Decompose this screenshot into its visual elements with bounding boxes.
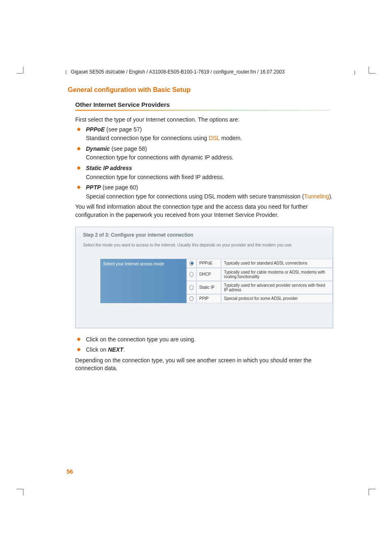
step-suffix: .	[123, 346, 125, 353]
document-page: Gigaset SE505 dsl/cable / English / A310…	[0, 0, 392, 555]
crop-marks-top	[16, 67, 376, 75]
options-list: PPPoE (see page 57) Standard connection …	[75, 126, 338, 201]
option-desc: Connection type for connections with dyn…	[86, 154, 338, 162]
mode-id: PPtP	[196, 294, 221, 303]
option-paren: (see page 58)	[110, 145, 147, 152]
radio-pppoe[interactable]	[189, 261, 194, 266]
option-term: PPPoE	[86, 126, 105, 133]
step-click-next: Click on NEXT.	[75, 346, 338, 354]
radio-pptp-cell[interactable]	[187, 294, 196, 303]
crop-mark-bl	[16, 489, 29, 497]
option-term: Dynamic	[86, 145, 110, 152]
option-static-ip: Static IP address Connection type for co…	[75, 164, 338, 181]
option-paren: (see page 57)	[105, 126, 142, 133]
option-term: Static IP address	[86, 165, 132, 171]
option-desc: Connection type for connections with fix…	[86, 173, 338, 182]
dsl-link[interactable]: DSL	[209, 135, 220, 141]
mode-desc: Typically used for cable modems or ADSL …	[221, 268, 333, 281]
radio-staticip[interactable]	[189, 285, 194, 290]
intro-line: First select the type of your Internet c…	[75, 116, 338, 124]
running-header: Gigaset SE505 dsl/cable / English / A310…	[66, 0, 355, 75]
radio-pptp[interactable]	[189, 296, 194, 301]
post-options-paragraph: You will find information about the conn…	[75, 203, 338, 219]
wizard-title: Step 2 of 3: Configure your internet con…	[76, 227, 333, 239]
post-steps-list: Click on the connection type you are usi…	[75, 336, 338, 354]
wizard-mode-grid: Select your Internet access mode PPPoE T…	[100, 259, 333, 303]
mode-desc: Special protocol for some ADSL provider	[221, 294, 333, 303]
tunneling-link[interactable]: Tunneling	[304, 193, 329, 200]
mode-desc: Typically used for advanced provider ser…	[221, 281, 333, 294]
radio-staticip-cell[interactable]	[187, 281, 196, 294]
step-prefix: Click on	[86, 346, 108, 353]
subsection-title: Other Internet Service Providers	[75, 101, 355, 108]
next-label: NEXT	[108, 346, 123, 353]
radio-pppoe-cell[interactable]	[187, 259, 196, 268]
mode-id: DHCP	[196, 268, 221, 281]
option-desc-suffix: modem.	[220, 135, 242, 141]
page-number: 56	[67, 468, 73, 475]
crop-mark-tl	[16, 67, 29, 75]
mode-row-label: Select your Internet access mode	[100, 259, 187, 303]
option-desc-prefix: Special connection type for connections …	[86, 193, 304, 200]
crop-marks-bottom	[16, 489, 376, 497]
option-dynamic: Dynamic (see page 58) Connection type fo…	[75, 145, 338, 162]
wizard-mode-area: Select your Internet access mode PPPoE T…	[76, 259, 333, 328]
option-pppoe: PPPoE (see page 57) Standard connection …	[75, 126, 338, 143]
content-area: General configuration with Basic Setup O…	[68, 86, 355, 373]
subsection-rule	[75, 110, 330, 111]
option-desc-prefix: Standard connection type for connections…	[86, 135, 209, 141]
mode-id: PPPoE	[196, 259, 221, 268]
option-term: PPTP	[86, 184, 101, 191]
closing-paragraph: Depending on the connection type, you wi…	[75, 357, 338, 373]
option-desc-suffix: ).	[329, 193, 333, 200]
wizard-subtitle: Select the mode you want to access to th…	[76, 239, 333, 259]
section-title: General configuration with Basic Setup	[68, 86, 355, 94]
option-paren: (see page 60)	[101, 184, 138, 191]
crop-mark-tr	[363, 67, 376, 75]
mode-id: Static IP	[196, 281, 221, 294]
radio-dhcp-cell[interactable]	[187, 268, 196, 281]
mode-desc: Typically used for standard ADSL connect…	[221, 259, 333, 268]
option-pptp: PPTP (see page 60) Special connection ty…	[75, 184, 338, 200]
crop-mark-br	[363, 489, 376, 497]
step-click-type: Click on the connection type you are usi…	[75, 336, 338, 344]
radio-dhcp[interactable]	[189, 272, 194, 277]
wizard-screenshot: Step 2 of 3: Configure your internet con…	[75, 227, 333, 328]
